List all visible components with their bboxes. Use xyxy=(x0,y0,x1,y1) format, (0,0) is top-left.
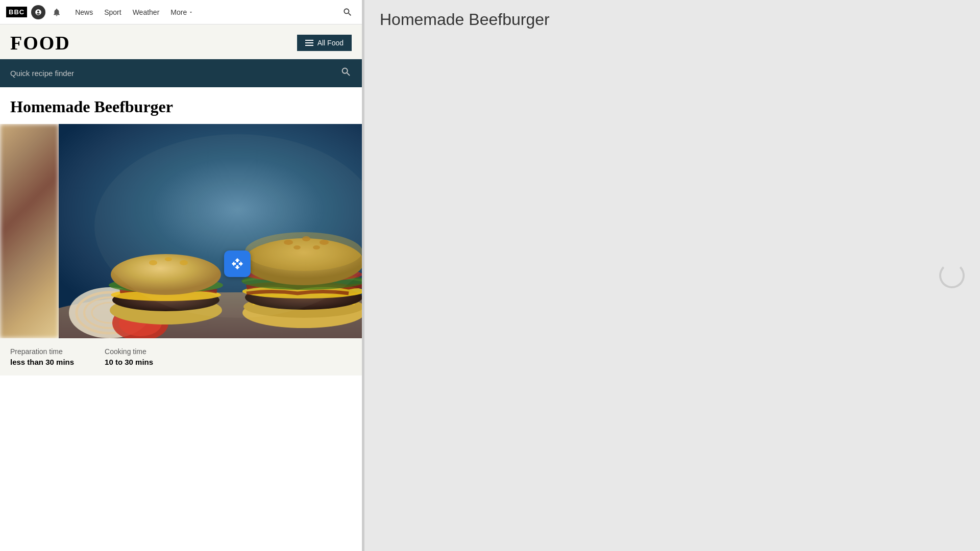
drag-handle[interactable] xyxy=(224,251,251,277)
nav-search-icon[interactable] xyxy=(339,4,356,20)
right-panel: Homemade Beefburger xyxy=(362,0,980,551)
nav-link-sport[interactable]: Sport xyxy=(99,5,126,19)
cook-time-label: Cooking time xyxy=(105,347,153,356)
bbc-nav-links: News Sport Weather More xyxy=(70,5,337,19)
prep-time-label: Preparation time xyxy=(10,347,74,356)
food-title: FOOD xyxy=(10,32,70,54)
recipe-search-icon[interactable] xyxy=(340,66,352,80)
left-panel: BBC News Sport Weather More xyxy=(0,0,362,551)
cooking-info: Preparation time less than 30 mins Cooki… xyxy=(0,338,362,375)
prep-time-item: Preparation time less than 30 mins xyxy=(10,347,74,366)
recipe-image-container xyxy=(0,124,362,338)
right-panel-title: Homemade Beefburger xyxy=(380,10,965,29)
move-crosshair-icon xyxy=(231,258,243,270)
loading-spinner xyxy=(939,263,965,288)
burger-image-main xyxy=(59,124,362,338)
more-label: More xyxy=(170,8,187,16)
recipe-content: Homemade Beefburger xyxy=(0,87,362,551)
nav-link-more[interactable]: More xyxy=(165,5,199,19)
hamburger-menu-icon xyxy=(305,40,313,46)
recipe-title: Homemade Beefburger xyxy=(10,97,352,116)
all-food-button[interactable]: All Food xyxy=(297,35,352,51)
home-icon[interactable] xyxy=(31,5,45,19)
bbc-logo[interactable]: BBC xyxy=(6,7,27,17)
notification-bell-icon[interactable] xyxy=(50,5,64,19)
food-header: FOOD All Food xyxy=(0,24,362,59)
nav-link-news[interactable]: News xyxy=(70,5,98,19)
blur-left-bg xyxy=(0,124,59,338)
cook-time-value: 10 to 30 mins xyxy=(105,358,153,366)
prep-time-value: less than 30 mins xyxy=(10,358,74,366)
all-food-label: All Food xyxy=(317,39,344,47)
recipe-title-area: Homemade Beefburger xyxy=(0,87,362,124)
nav-link-weather[interactable]: Weather xyxy=(128,5,165,19)
bbc-nav: BBC News Sport Weather More xyxy=(0,0,362,24)
recipe-finder-text: Quick recipe finder xyxy=(10,69,74,78)
cook-time-item: Cooking time 10 to 30 mins xyxy=(105,347,153,366)
recipe-finder-bar[interactable]: Quick recipe finder xyxy=(0,59,362,87)
